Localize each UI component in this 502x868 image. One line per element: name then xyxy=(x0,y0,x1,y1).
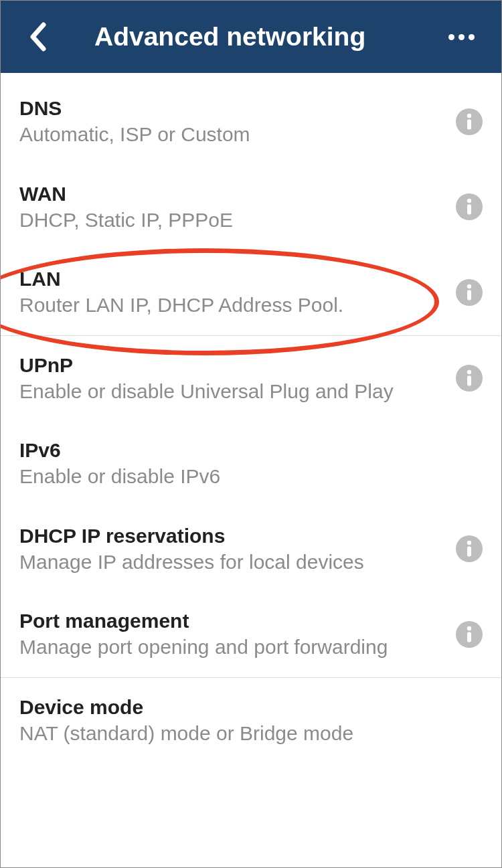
list-item-subtitle: Automatic, ISP or Custom xyxy=(19,122,444,147)
back-button[interactable] xyxy=(21,20,54,54)
list-item-wan[interactable]: WAN DHCP, Static IP, PPPoE xyxy=(1,165,501,250)
list-item-content: Device mode NAT (standard) mode or Bridg… xyxy=(19,695,483,746)
list-item-title: Device mode xyxy=(19,695,483,719)
list-item-dhcp-reservations[interactable]: DHCP IP reservations Manage IP addresses… xyxy=(1,507,501,592)
list-item-title: Port management xyxy=(19,609,444,633)
header: Advanced networking xyxy=(1,1,501,73)
settings-list: DNS Automatic, ISP or Custom WAN DHCP, S… xyxy=(1,73,501,763)
svg-rect-14 xyxy=(467,547,471,557)
info-icon[interactable] xyxy=(456,108,483,135)
list-item-subtitle: Router LAN IP, DHCP Address Pool. xyxy=(19,292,444,318)
page-title: Advanced networking xyxy=(94,22,441,52)
list-item-content: LAN Router LAN IP, DHCP Address Pool. xyxy=(19,267,444,318)
svg-rect-11 xyxy=(467,376,471,386)
list-item-ipv6[interactable]: IPv6 Enable or disable IPv6 xyxy=(1,421,501,507)
list-item-title: WAN xyxy=(19,182,444,206)
svg-rect-8 xyxy=(467,290,471,300)
list-item-dns[interactable]: DNS Automatic, ISP or Custom xyxy=(1,73,501,165)
info-icon[interactable] xyxy=(456,279,483,306)
svg-rect-2 xyxy=(467,119,471,129)
list-item-title: IPv6 xyxy=(19,438,483,462)
list-item-content: DNS Automatic, ISP or Custom xyxy=(19,96,444,147)
list-item-subtitle: DHCP, Static IP, PPPoE xyxy=(19,207,444,233)
list-item-content: IPv6 Enable or disable IPv6 xyxy=(19,438,483,489)
list-item-subtitle: Manage port opening and port forwarding xyxy=(19,634,444,660)
more-icon xyxy=(448,34,475,40)
info-icon[interactable] xyxy=(456,535,483,562)
list-item-subtitle: Enable or disable Universal Plug and Pla… xyxy=(19,379,444,404)
list-item-device-mode[interactable]: Device mode NAT (standard) mode or Bridg… xyxy=(1,678,501,764)
list-item-title: UPnP xyxy=(19,353,444,377)
info-icon[interactable] xyxy=(456,193,483,220)
info-icon[interactable] xyxy=(456,621,483,648)
svg-point-10 xyxy=(467,370,471,374)
info-icon[interactable] xyxy=(456,365,483,392)
svg-point-4 xyxy=(467,199,471,203)
svg-rect-5 xyxy=(467,205,471,215)
list-item-upnp[interactable]: UPnP Enable or disable Universal Plug an… xyxy=(1,336,501,422)
list-item-content: UPnP Enable or disable Universal Plug an… xyxy=(19,353,444,404)
list-item-port-management[interactable]: Port management Manage port opening and … xyxy=(1,592,501,677)
list-item-content: DHCP IP reservations Manage IP addresses… xyxy=(19,524,444,575)
chevron-left-icon xyxy=(29,22,46,52)
svg-point-7 xyxy=(467,284,471,288)
more-button[interactable] xyxy=(441,17,481,57)
list-item-title: DHCP IP reservations xyxy=(19,524,444,548)
list-item-subtitle: Enable or disable IPv6 xyxy=(19,464,483,489)
list-item-content: WAN DHCP, Static IP, PPPoE xyxy=(19,182,444,233)
list-item-subtitle: NAT (standard) mode or Bridge mode xyxy=(19,721,483,746)
list-item-content: Port management Manage port opening and … xyxy=(19,609,444,660)
list-item-lan[interactable]: LAN Router LAN IP, DHCP Address Pool. xyxy=(1,250,501,335)
svg-point-1 xyxy=(467,114,471,118)
list-item-title: DNS xyxy=(19,96,444,120)
svg-point-13 xyxy=(467,541,471,545)
svg-point-16 xyxy=(467,626,471,630)
list-item-subtitle: Manage IP addresses for local devices xyxy=(19,549,444,575)
list-item-title: LAN xyxy=(19,267,444,291)
svg-rect-17 xyxy=(467,632,471,642)
